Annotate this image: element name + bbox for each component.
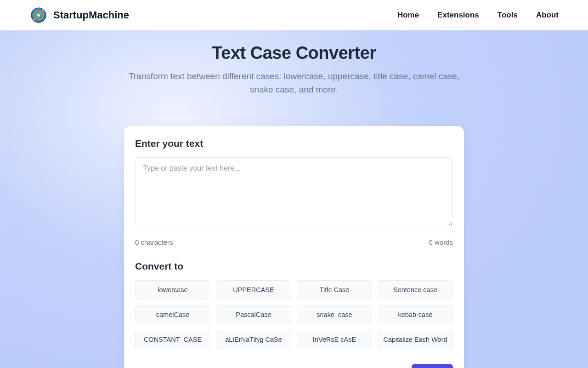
- brand-name: StartupMachine: [53, 9, 129, 21]
- page-head: Text Case Converter Transform text betwe…: [0, 30, 588, 97]
- page-subtitle: Transform text between different cases: …: [124, 69, 464, 97]
- nav-about[interactable]: About: [536, 11, 559, 20]
- case-titlecase-button[interactable]: Title Case: [297, 280, 372, 299]
- nav-extensions[interactable]: Extensions: [437, 11, 479, 20]
- input-section-title: Enter your text: [135, 138, 453, 149]
- counts-row: 0 characters 0 words: [135, 238, 453, 246]
- page-background: Text Case Converter Transform text betwe…: [0, 30, 588, 368]
- copy-button[interactable]: Copy: [412, 364, 453, 368]
- header: StartupMachine Home Extensions Tools Abo…: [0, 0, 588, 30]
- case-capitalize-each-button[interactable]: Capitalize Each Word: [378, 330, 453, 349]
- case-camelcase-button[interactable]: camelCase: [135, 305, 210, 324]
- result-header-row: Result Copy: [135, 364, 453, 368]
- case-kebabcase-button[interactable]: kebab-case: [378, 305, 453, 324]
- svg-point-2: [37, 13, 40, 17]
- nav-home[interactable]: Home: [397, 11, 419, 20]
- case-constantcase-button[interactable]: CONSTANT_CASE: [135, 330, 210, 349]
- logo-icon: [29, 6, 48, 24]
- svg-point-3: [42, 10, 44, 12]
- converter-card: Enter your text 0 characters 0 words Con…: [124, 126, 464, 368]
- case-sentencecase-button[interactable]: Sentence case: [378, 280, 453, 299]
- case-lowercase-button[interactable]: lowercase: [135, 280, 210, 299]
- page-title: Text Case Converter: [0, 43, 588, 63]
- word-count: 0 words: [429, 238, 453, 246]
- svg-point-4: [33, 18, 35, 20]
- nav-tools[interactable]: Tools: [498, 11, 518, 20]
- case-inverse-button[interactable]: InVeRsE cAsE: [297, 330, 372, 349]
- case-snakecase-button[interactable]: snake_case: [297, 305, 372, 324]
- case-button-grid: lowercase UPPERCASE Title Case Sentence …: [135, 280, 453, 349]
- brand[interactable]: StartupMachine: [29, 6, 129, 24]
- convert-section-title: Convert to: [135, 261, 453, 272]
- result-section-title: Result: [135, 366, 164, 368]
- primary-nav: Home Extensions Tools About: [397, 11, 559, 20]
- char-count: 0 characters: [135, 238, 173, 246]
- case-pascalcase-button[interactable]: PascalCase: [216, 305, 291, 324]
- case-uppercase-button[interactable]: UPPERCASE: [216, 280, 291, 299]
- case-alternating-button[interactable]: aLtErNaTiNg CaSe: [216, 330, 291, 349]
- text-input[interactable]: [135, 157, 453, 226]
